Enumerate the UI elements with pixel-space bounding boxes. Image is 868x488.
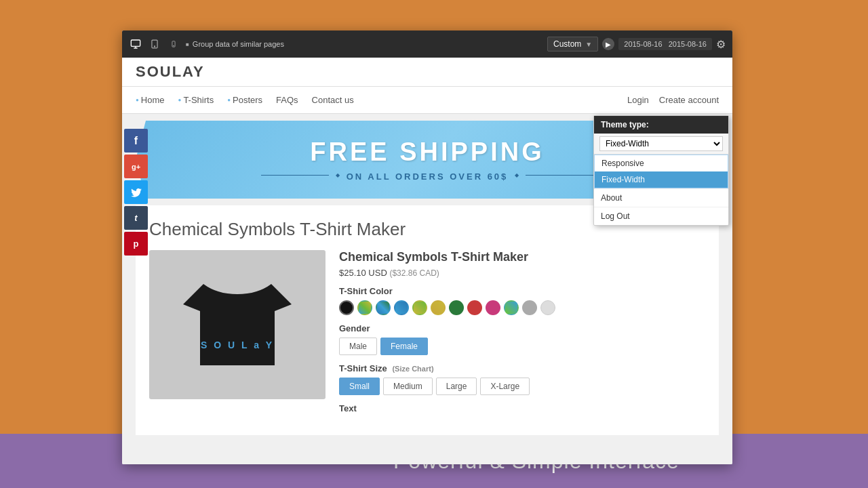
theme-menu-logout[interactable]: Log Out bbox=[594, 207, 728, 225]
desktop-icon[interactable] bbox=[129, 37, 142, 51]
product-image: S O U L a Y bbox=[149, 250, 326, 399]
color-swatches bbox=[339, 300, 705, 315]
svg-point-4 bbox=[154, 46, 155, 47]
google-plus-button[interactable]: g+ bbox=[124, 155, 148, 178]
nav-link-faqs[interactable]: FAQs bbox=[276, 95, 298, 105]
swatch-red[interactable] bbox=[467, 300, 482, 315]
theme-menu-about[interactable]: About bbox=[594, 188, 728, 207]
product-body: S O U L a Y Chemical Symbols T-Shirt Mak… bbox=[149, 250, 705, 422]
swatch-multi2[interactable] bbox=[376, 300, 391, 315]
swatch-gold[interactable] bbox=[431, 300, 446, 315]
swatch-yellow-green[interactable] bbox=[412, 300, 427, 315]
gender-label: Gender bbox=[339, 323, 705, 333]
size-chart-link[interactable]: (Size Chart) bbox=[392, 365, 433, 373]
site-header: SOULAY bbox=[122, 58, 732, 87]
product-section: Chemical Symbols T-Shirt Maker S O U L a… bbox=[136, 205, 719, 435]
site-nav: ●Home ●T-Shirts ●Posters FAQs Contact us… bbox=[122, 87, 732, 114]
theme-select[interactable]: Fixed-Width bbox=[599, 136, 723, 151]
swatch-black[interactable] bbox=[339, 300, 354, 315]
divider-line-left bbox=[261, 175, 329, 176]
dropdown-arrow: ▼ bbox=[585, 41, 592, 48]
browser-toolbar: Group data of similar pages Custom ▼ ▶ 2… bbox=[122, 30, 732, 58]
create-account-link[interactable]: Create account bbox=[659, 95, 719, 105]
diamond-icon-right: ◆ bbox=[515, 172, 519, 178]
theme-option-responsive[interactable]: Responsive bbox=[595, 155, 728, 171]
size-buttons: Small Medium Large X-Large bbox=[339, 378, 705, 395]
theme-header: Theme type: bbox=[594, 116, 728, 134]
nav-right: Login Create account bbox=[627, 95, 719, 105]
text-option-section: Text bbox=[339, 403, 705, 413]
gender-buttons: Male Female bbox=[339, 338, 705, 355]
nav-link-home[interactable]: ●Home bbox=[136, 95, 165, 105]
theme-select-row: Fixed-Width bbox=[594, 134, 728, 155]
toolbar-right: Custom ▼ ▶ 2015-08-16 2015-08-16 ⚙ bbox=[547, 37, 726, 52]
swatch-dark-green[interactable] bbox=[449, 300, 464, 315]
swatch-gray[interactable] bbox=[522, 300, 537, 315]
nav-link-contact[interactable]: Contact us bbox=[312, 95, 354, 105]
size-large-button[interactable]: Large bbox=[436, 378, 477, 395]
site-logo: SOULAY bbox=[136, 63, 205, 81]
login-link[interactable]: Login bbox=[627, 95, 649, 105]
swatch-pink[interactable] bbox=[486, 300, 500, 315]
svg-point-6 bbox=[174, 45, 174, 46]
size-label: T-Shirt Size (Size Chart) bbox=[339, 363, 705, 373]
tablet-icon[interactable] bbox=[148, 37, 161, 51]
gender-female-button[interactable]: Female bbox=[380, 338, 428, 355]
svg-rect-0 bbox=[131, 40, 140, 46]
tumblr-button[interactable]: t bbox=[124, 206, 148, 230]
gear-button[interactable]: ⚙ bbox=[716, 38, 726, 51]
product-price: $25.10 USD ($32.86 CAD) bbox=[339, 268, 705, 278]
nav-link-posters[interactable]: ●Posters bbox=[227, 95, 262, 105]
mobile-icon[interactable] bbox=[167, 37, 180, 51]
page-label: Group data of similar pages bbox=[186, 40, 542, 48]
nav-circle[interactable]: ▶ bbox=[602, 38, 614, 50]
product-details: Chemical Symbols T-Shirt Maker $25.10 US… bbox=[339, 250, 705, 422]
browser-window: Group data of similar pages Custom ▼ ▶ 2… bbox=[122, 30, 732, 464]
nav-links: ●Home ●T-Shirts ●Posters FAQs Contact us bbox=[136, 87, 354, 113]
facebook-button[interactable]: f bbox=[124, 129, 148, 152]
swatch-multi1[interactable] bbox=[357, 300, 372, 315]
banner-subtitle: ON ALL ORDERS OVER 60$ bbox=[347, 171, 509, 182]
size-small-button[interactable]: Small bbox=[339, 378, 380, 395]
divider-line-right bbox=[526, 175, 593, 176]
product-name: Chemical Symbols T-Shirt Maker bbox=[339, 250, 705, 264]
pinterest-button[interactable]: p bbox=[124, 232, 148, 256]
diamond-icon: ◆ bbox=[336, 172, 340, 178]
theme-dropdown: Theme type: Fixed-Width Responsive Fixed… bbox=[593, 115, 729, 226]
color-label: T-Shirt Color bbox=[339, 286, 705, 296]
website-content: SOULAY ●Home ●T-Shirts ●Posters FAQs Con… bbox=[122, 58, 732, 464]
text-label: Text bbox=[339, 403, 705, 413]
swatch-green-blue[interactable] bbox=[504, 300, 519, 315]
size-option-section: T-Shirt Size (Size Chart) Small Medium L… bbox=[339, 363, 705, 395]
swatch-light-gray[interactable] bbox=[540, 300, 555, 315]
theme-option-fixed-width[interactable]: Fixed-Width bbox=[595, 171, 728, 188]
date-display: 2015-08-16 2015-08-16 bbox=[618, 38, 712, 50]
social-sidebar: f g+ t p bbox=[124, 129, 148, 256]
svg-text:S O U L a Y: S O U L a Y bbox=[201, 340, 274, 350]
size-medium-button[interactable]: Medium bbox=[383, 378, 433, 395]
twitter-button[interactable] bbox=[124, 180, 148, 204]
size-xlarge-button[interactable]: X-Large bbox=[480, 378, 530, 395]
gender-male-button[interactable]: Male bbox=[339, 338, 377, 355]
swatch-blue[interactable] bbox=[394, 300, 409, 315]
nav-link-tshirts[interactable]: ●T-Shirts bbox=[178, 95, 214, 105]
theme-options: Responsive Fixed-Width bbox=[594, 155, 728, 188]
gender-option-section: Gender Male Female bbox=[339, 323, 705, 355]
custom-dropdown[interactable]: Custom ▼ bbox=[547, 37, 598, 52]
color-option-section: T-Shirt Color bbox=[339, 286, 705, 315]
